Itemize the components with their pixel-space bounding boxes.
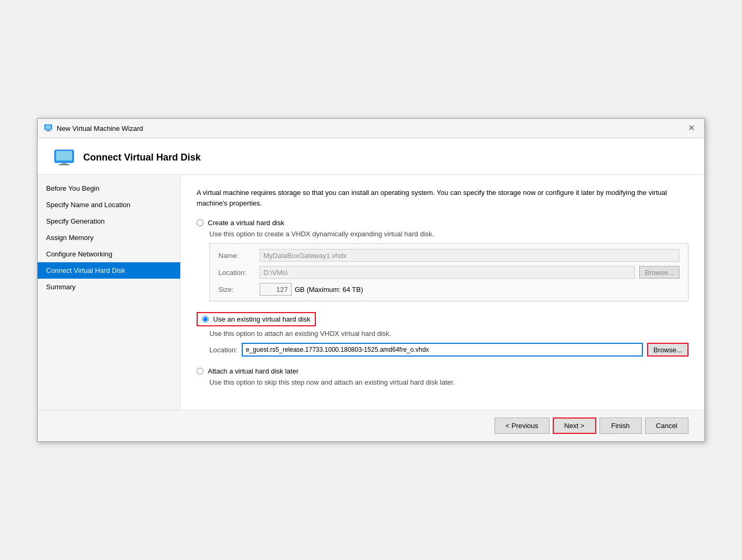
sidebar-item-assign-memory[interactable]: Assign Memory bbox=[38, 229, 180, 246]
size-input-group: GB (Maximum: 64 TB) bbox=[260, 283, 363, 296]
option-create-text: Create a virtual hard disk bbox=[208, 219, 285, 227]
header-section: Connect Virtual Hard Disk bbox=[38, 138, 704, 175]
title-bar: New Virtual Machine Wizard ✕ bbox=[38, 119, 704, 138]
location-input[interactable] bbox=[260, 266, 635, 279]
existing-option-highlight: Use an existing virtual hard disk bbox=[197, 312, 316, 326]
option-attach-later-text: Attach a virtual hard disk later bbox=[208, 367, 298, 375]
sidebar-item-configure-networking[interactable]: Configure Networking bbox=[38, 246, 180, 262]
page-title: Connect Virtual Hard Disk bbox=[83, 152, 201, 163]
svg-rect-3 bbox=[46, 131, 50, 131]
location-label: Location: bbox=[218, 269, 255, 277]
sidebar-item-specify-generation[interactable]: Specify Generation bbox=[38, 213, 180, 229]
name-input[interactable] bbox=[260, 249, 679, 262]
finish-button[interactable]: Finish bbox=[599, 417, 642, 434]
create-browse-button[interactable]: Browse... bbox=[639, 266, 679, 279]
close-button[interactable]: ✕ bbox=[685, 123, 698, 134]
existing-location-input[interactable] bbox=[242, 343, 643, 357]
create-form-grid: Name: Location: Browse... Size: GB (Maxi… bbox=[209, 243, 688, 301]
option-existing-label[interactable]: Use an existing virtual hard disk bbox=[202, 315, 311, 323]
svg-rect-6 bbox=[61, 163, 67, 164]
footer: < Previous Next > Finish Cancel bbox=[38, 410, 704, 441]
sidebar-item-before-you-begin[interactable]: Before You Begin bbox=[38, 180, 180, 197]
existing-location-row: Location: Browse... bbox=[209, 343, 688, 357]
svg-rect-2 bbox=[47, 130, 49, 131]
next-button[interactable]: Next > bbox=[553, 417, 596, 434]
sidebar-item-specify-name[interactable]: Specify Name and Location bbox=[38, 197, 180, 213]
previous-button[interactable]: < Previous bbox=[494, 417, 550, 434]
window-title: New Virtual Machine Wizard bbox=[57, 125, 143, 132]
window-icon bbox=[44, 124, 52, 132]
option-attach-later-group: Attach a virtual hard disk later Use thi… bbox=[197, 367, 688, 386]
cancel-button[interactable]: Cancel bbox=[645, 417, 688, 434]
header-vm-icon bbox=[54, 149, 75, 166]
option-create-group: Create a virtual hard disk Use this opti… bbox=[197, 219, 688, 301]
option-existing-text: Use an existing virtual hard disk bbox=[213, 315, 311, 323]
sidebar: Before You Begin Specify Name and Locati… bbox=[38, 175, 181, 410]
option-existing-radio[interactable] bbox=[202, 316, 209, 323]
size-input[interactable] bbox=[260, 283, 292, 296]
name-label: Name: bbox=[218, 252, 255, 260]
option-create-radio[interactable] bbox=[197, 219, 204, 226]
option-attach-later-label[interactable]: Attach a virtual hard disk later bbox=[197, 367, 688, 375]
sidebar-item-summary[interactable]: Summary bbox=[38, 279, 180, 295]
option-attach-later-radio[interactable] bbox=[197, 368, 204, 375]
wizard-window: New Virtual Machine Wizard ✕ Connect Vir… bbox=[37, 118, 705, 442]
option-create-label[interactable]: Create a virtual hard disk bbox=[197, 219, 688, 227]
content-area: Before You Begin Specify Name and Locati… bbox=[38, 175, 704, 410]
option-create-description: Use this option to create a VHDX dynamic… bbox=[209, 230, 688, 238]
size-label: Size: bbox=[218, 286, 255, 294]
main-content: A virtual machine requires storage so th… bbox=[181, 175, 704, 410]
title-bar-left: New Virtual Machine Wizard bbox=[44, 124, 143, 132]
svg-rect-5 bbox=[56, 151, 72, 161]
main-description: A virtual machine requires storage so th… bbox=[197, 188, 688, 208]
svg-rect-7 bbox=[59, 164, 69, 165]
location-row: Location: Browse... bbox=[218, 266, 679, 279]
size-row: Size: GB (Maximum: 64 TB) bbox=[218, 283, 679, 296]
existing-browse-button[interactable]: Browse... bbox=[647, 343, 688, 357]
option-existing-group: Use an existing virtual hard disk Use th… bbox=[197, 312, 688, 357]
size-unit: GB (Maximum: 64 TB) bbox=[295, 286, 363, 294]
option-attach-later-description: Use this option to skip this step now an… bbox=[209, 378, 688, 386]
sidebar-item-connect-vhd[interactable]: Connect Virtual Hard Disk bbox=[38, 262, 180, 279]
name-row: Name: bbox=[218, 249, 679, 262]
existing-location-label: Location: bbox=[209, 346, 237, 354]
option-existing-description: Use this option to attach an existing VH… bbox=[209, 330, 688, 337]
svg-rect-1 bbox=[46, 126, 51, 129]
